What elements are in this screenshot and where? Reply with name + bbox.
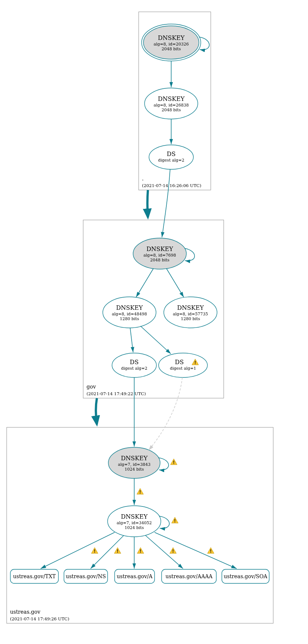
warning-icon bbox=[91, 548, 98, 554]
edge-govds2-usksk bbox=[149, 377, 182, 450]
edge-zsk-txt bbox=[41, 532, 115, 569]
node-gov-zsk2: DNSKEY alg=8, id=57735 1280 bits bbox=[164, 297, 217, 328]
zone-gov-ts: (2021-07-14 17:49:22 UTC) bbox=[87, 391, 146, 396]
svg-text:DNSKEY: DNSKEY bbox=[158, 95, 185, 102]
node-gov-ksk: DNSKEY alg=8, id=7698 2048 bits bbox=[133, 238, 186, 269]
warning-icon bbox=[172, 517, 178, 523]
svg-text:ustreas.gov/SOA: ustreas.gov/SOA bbox=[224, 573, 268, 579]
svg-text:DS: DS bbox=[167, 150, 176, 157]
svg-text:DS: DS bbox=[175, 359, 184, 366]
svg-text:1280 bits: 1280 bits bbox=[181, 316, 200, 321]
svg-text:DNSKEY: DNSKEY bbox=[121, 513, 148, 520]
svg-text:ustreas.gov/NS: ustreas.gov/NS bbox=[66, 573, 106, 579]
svg-text:ustreas.gov/AAAA: ustreas.gov/AAAA bbox=[165, 573, 213, 579]
zone-ustreas-name: ustreas.gov bbox=[10, 609, 40, 615]
svg-text:alg=7, id=34052: alg=7, id=34052 bbox=[116, 521, 152, 525]
node-root-ksk: DNSKEY alg=8, id=20326 2048 bits bbox=[142, 24, 201, 61]
svg-text:alg=8, id=57735: alg=8, id=57735 bbox=[173, 312, 208, 316]
svg-text:alg=8, id=26838: alg=8, id=26838 bbox=[153, 103, 189, 108]
svg-text:ustreas.gov/A: ustreas.gov/A bbox=[117, 573, 153, 579]
edge-govzsk1-ds2 bbox=[141, 326, 171, 354]
svg-text:DNSKEY: DNSKEY bbox=[146, 245, 173, 252]
node-ustreas-ksk: DNSKEY alg=7, id=3843 1024 bits bbox=[108, 447, 160, 478]
warning-icon bbox=[207, 548, 214, 554]
rr-txt: ustreas.gov/TXT bbox=[10, 569, 58, 583]
svg-text:2048 bits: 2048 bits bbox=[150, 258, 169, 262]
edge-gov-to-ustreas-zone bbox=[96, 398, 97, 424]
edge-zsk-soa bbox=[155, 532, 237, 569]
svg-text:DNSKEY: DNSKEY bbox=[177, 304, 204, 311]
svg-text:alg=8, id=48498: alg=8, id=48498 bbox=[112, 312, 147, 316]
svg-text:DNSKEY: DNSKEY bbox=[158, 34, 185, 41]
svg-text:1280 bits: 1280 bits bbox=[120, 316, 139, 321]
svg-text:digest alg=1: digest alg=1 bbox=[170, 366, 196, 371]
svg-text:digest alg=2: digest alg=2 bbox=[121, 366, 147, 371]
edge-root-to-gov-zone bbox=[148, 190, 148, 217]
svg-text:1024 bits: 1024 bits bbox=[125, 467, 144, 472]
rr-aaaa: ustreas.gov/AAAA bbox=[162, 569, 216, 583]
zone-root-ts: (2021-07-14 16:26:06 UTC) bbox=[142, 183, 201, 188]
svg-text:DS: DS bbox=[130, 359, 139, 366]
svg-text:alg=8, id=7698: alg=8, id=7698 bbox=[143, 253, 176, 258]
svg-text:DNSKEY: DNSKEY bbox=[121, 455, 148, 462]
svg-text:alg=7, id=3843: alg=7, id=3843 bbox=[118, 462, 150, 467]
rr-a: ustreas.gov/A bbox=[115, 569, 155, 583]
warning-icon bbox=[137, 488, 143, 495]
warning-icon bbox=[114, 548, 121, 554]
warning-icon bbox=[137, 548, 144, 554]
svg-text:2048 bits: 2048 bits bbox=[162, 108, 181, 112]
edge-rootds-govksk bbox=[162, 169, 170, 237]
node-gov-zsk1: DNSKEY alg=8, id=48498 1280 bits bbox=[103, 297, 156, 328]
rr-ns: ustreas.gov/NS bbox=[64, 569, 108, 583]
node-ustreas-zsk: DNSKEY alg=7, id=34052 1024 bits bbox=[108, 506, 161, 537]
svg-text:digest alg=2: digest alg=2 bbox=[158, 158, 184, 163]
svg-text:1024 bits: 1024 bits bbox=[125, 525, 144, 530]
edge-zsk-aaaa bbox=[145, 535, 183, 569]
warning-icon bbox=[170, 459, 177, 465]
node-gov-ds1: DS digest alg=2 bbox=[112, 353, 156, 377]
edge-govksk-zsk2 bbox=[166, 268, 184, 297]
dnssec-diagram: ! . (2021-07-14 16:26:06 UTC) DNSKEY alg… bbox=[0, 0, 308, 644]
node-root-zsk: DNSKEY alg=8, id=26838 2048 bits bbox=[145, 88, 198, 119]
node-gov-ds2: DS digest alg=1 bbox=[159, 353, 207, 377]
warning-icon bbox=[170, 548, 176, 554]
zone-ustreas-ts: (2021-07-14 17:49:26 UTC) bbox=[10, 616, 69, 621]
svg-text:DNSKEY: DNSKEY bbox=[116, 304, 143, 311]
zone-gov-name: gov bbox=[87, 384, 96, 390]
zone-root-name: . bbox=[142, 176, 143, 182]
svg-text:alg=8, id=20326: alg=8, id=20326 bbox=[153, 42, 189, 47]
edge-govksk-zsk1 bbox=[136, 268, 153, 297]
svg-text:ustreas.gov/TXT: ustreas.gov/TXT bbox=[13, 573, 56, 579]
node-root-ds: DS digest alg=2 bbox=[149, 145, 193, 169]
rr-soa: ustreas.gov/SOA bbox=[222, 569, 269, 583]
edge-govzsk1-ds1 bbox=[130, 328, 133, 352]
svg-text:2048 bits: 2048 bits bbox=[162, 47, 181, 51]
